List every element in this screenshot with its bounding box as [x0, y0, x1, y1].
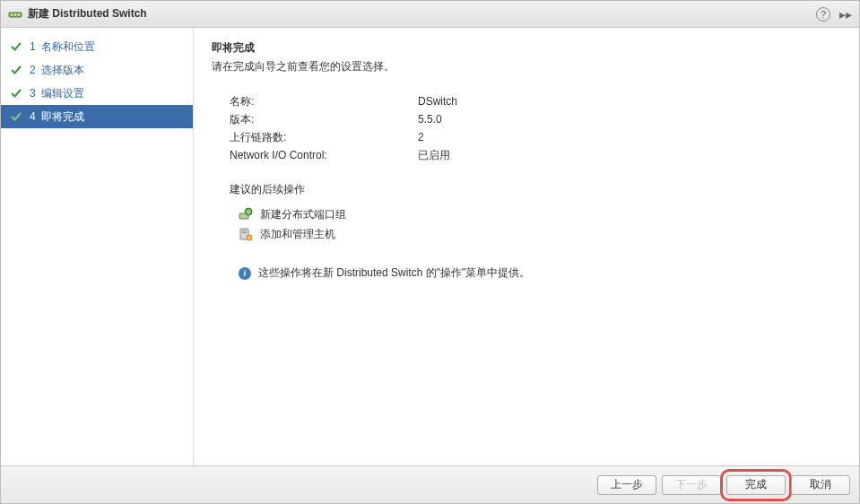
expand-icon[interactable]: ▸▸	[839, 7, 852, 22]
step-number: 3	[30, 87, 36, 100]
main-area: 1 名称和位置 2 选择版本 3 编辑设置 4	[1, 28, 859, 465]
content-area: 即将完成 请在完成向导之前查看您的设置选择。 名称: DSwitch 版本: 5…	[194, 28, 859, 465]
step-label: 编辑设置	[41, 86, 84, 101]
svg-point-3	[18, 13, 20, 15]
next-button: 下一步	[662, 475, 721, 495]
summary-value: DSwitch	[418, 92, 457, 110]
svg-rect-8	[242, 230, 247, 231]
wizard-footer: 上一步 下一步 完成 取消	[1, 465, 859, 503]
step-label: 名称和位置	[41, 39, 95, 55]
portgroup-icon: +	[239, 207, 253, 222]
summary-row-uplinks: 上行链路数: 2	[230, 128, 841, 146]
step-number: 4	[30, 110, 36, 123]
summary-key: Network I/O Control:	[230, 146, 418, 164]
back-button[interactable]: 上一步	[597, 475, 656, 495]
wizard-window: 新建 Distributed Switch ? ▸▸ 1 名称和位置 2 选择版…	[0, 0, 860, 504]
svg-point-10	[247, 235, 252, 240]
step-edit-settings[interactable]: 3 编辑设置	[1, 82, 193, 105]
suggest-label: 添加和管理主机	[260, 224, 335, 244]
info-icon: i	[239, 267, 251, 280]
svg-text:+: +	[247, 209, 250, 214]
page-subheading: 请在完成向导之前查看您的设置选择。	[212, 59, 841, 74]
suggest-item-hosts: 添加和管理主机	[239, 224, 841, 244]
check-icon	[10, 110, 22, 123]
summary-value: 2	[418, 128, 424, 146]
cancel-button[interactable]: 取消	[791, 475, 850, 495]
step-number: 1	[30, 40, 36, 53]
summary-row-nioc: Network I/O Control: 已启用	[230, 146, 841, 164]
page-heading: 即将完成	[212, 40, 841, 56]
finish-button[interactable]: 完成	[726, 475, 786, 495]
suggested-actions-list: + 新建分布式端口组 添加和管理主机	[239, 204, 841, 244]
info-row: i 这些操作将在新 Distributed Switch 的"操作"菜单中提供。	[239, 265, 841, 281]
suggest-label: 新建分布式端口组	[260, 204, 346, 224]
summary-table: 名称: DSwitch 版本: 5.5.0 上行链路数: 2 Network I…	[230, 92, 841, 164]
titlebar: 新建 Distributed Switch ? ▸▸	[1, 1, 859, 28]
summary-key: 上行链路数:	[230, 128, 418, 146]
summary-row-name: 名称: DSwitch	[230, 92, 841, 110]
switch-icon	[8, 7, 22, 22]
summary-key: 名称:	[230, 92, 418, 110]
help-icon[interactable]: ?	[816, 7, 830, 22]
step-number: 2	[30, 64, 36, 76]
check-icon	[10, 40, 22, 53]
suggested-actions-title: 建议的后续操作	[230, 182, 841, 197]
svg-rect-9	[242, 232, 247, 233]
suggest-item-portgroup: + 新建分布式端口组	[239, 204, 841, 224]
step-label: 即将完成	[41, 109, 84, 125]
summary-key: 版本:	[230, 110, 418, 128]
check-icon	[10, 87, 22, 100]
step-label: 选择版本	[41, 63, 84, 78]
step-name-location[interactable]: 1 名称和位置	[1, 35, 193, 58]
step-ready-complete[interactable]: 4 即将完成	[1, 105, 193, 128]
step-select-version[interactable]: 2 选择版本	[1, 58, 193, 82]
summary-value: 已启用	[418, 146, 450, 164]
window-title: 新建 Distributed Switch	[28, 6, 816, 22]
svg-point-2	[14, 13, 16, 15]
info-text: 这些操作将在新 Distributed Switch 的"操作"菜单中提供。	[258, 265, 530, 281]
svg-point-1	[11, 13, 13, 15]
hosts-icon	[239, 227, 253, 241]
summary-row-version: 版本: 5.5.0	[230, 110, 841, 128]
wizard-steps-sidebar: 1 名称和位置 2 选择版本 3 编辑设置 4	[1, 28, 194, 465]
check-icon	[10, 64, 22, 76]
summary-value: 5.5.0	[418, 110, 442, 128]
